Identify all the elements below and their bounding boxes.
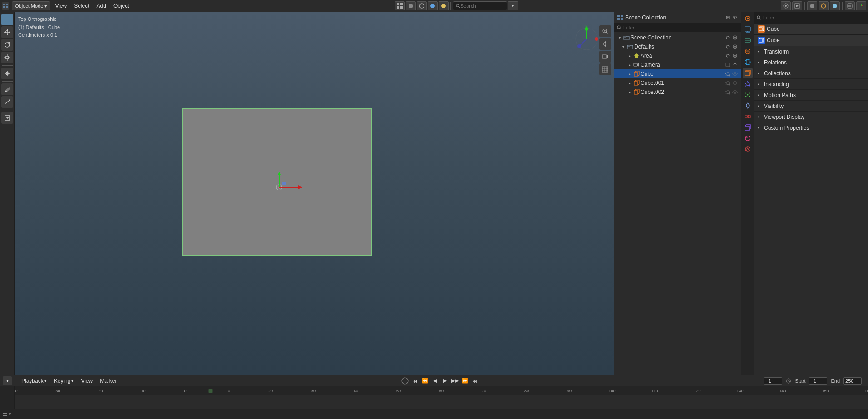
viewport-search[interactable] xyxy=(453,1,507,10)
view-menu-btn[interactable]: View xyxy=(78,377,95,385)
tool-cursor[interactable] xyxy=(1,14,13,25)
prop-tab-viewlayer[interactable] xyxy=(743,35,753,45)
section-instancing[interactable]: ▸ Instancing xyxy=(754,79,868,90)
prop-tab-render[interactable] xyxy=(743,14,753,24)
shading-solid-btn[interactable] xyxy=(807,1,817,10)
tool-measure[interactable] xyxy=(1,96,13,108)
view-layer-btn[interactable] xyxy=(781,1,791,10)
viewport-shading-material[interactable] xyxy=(428,1,438,10)
snap-btn[interactable]: ▾ xyxy=(508,1,518,10)
section-motion-paths[interactable]: ▸ Motion Paths xyxy=(754,90,868,101)
play-btn-circle[interactable] xyxy=(400,376,409,385)
section-transform[interactable]: ▸ Transform xyxy=(754,46,868,57)
tree-scene-collection[interactable]: ▾ Scene Collection xyxy=(614,33,741,42)
section-relations[interactable]: ▸ Relations xyxy=(754,57,868,68)
area-render[interactable] xyxy=(732,53,738,59)
current-frame-input[interactable] xyxy=(764,377,782,385)
next-frame-btn[interactable]: ▶▶ xyxy=(450,376,459,385)
cube001-vis[interactable] xyxy=(732,80,738,86)
prop-tab-physics[interactable] xyxy=(743,101,753,111)
prop-tab-particles[interactable] xyxy=(743,90,753,100)
prop-tab-data[interactable] xyxy=(743,122,753,132)
props-mesh-name-label: Cube xyxy=(767,37,864,44)
tree-cube002[interactable]: ▸ Cube.002 xyxy=(614,88,741,97)
prop-tab-material[interactable] xyxy=(743,133,753,143)
jump-start-btn[interactable]: ⏮ xyxy=(410,376,419,385)
workspace-selector[interactable]: ▾ xyxy=(3,411,11,417)
cube001-icon xyxy=(633,80,640,86)
tree-area[interactable]: ▸ Area xyxy=(614,51,741,60)
tool-scale[interactable] xyxy=(1,52,13,63)
outliner-filter-btn[interactable]: ⊞ xyxy=(725,15,731,21)
jump-end-btn[interactable]: ⏭ xyxy=(470,376,479,385)
viewport-3d[interactable]: Top Orthographic (1) Defaults | Cube Cen… xyxy=(15,12,614,375)
play-btn[interactable]: ▶ xyxy=(440,376,449,385)
prop-tab-shader[interactable] xyxy=(743,144,753,154)
viewport-pan-btn[interactable] xyxy=(599,38,611,50)
timeline-track[interactable]: -40 -30 -20 -10 0 1 10 20 30 40 50 60 70… xyxy=(15,386,868,409)
tool-annotate[interactable] xyxy=(1,83,13,95)
tool-rotate[interactable] xyxy=(1,39,13,51)
cube002-vis[interactable] xyxy=(732,89,738,95)
tool-move[interactable] xyxy=(1,26,13,38)
viewport-shading-solid[interactable] xyxy=(406,1,416,10)
menu-add[interactable]: Add xyxy=(94,1,109,10)
prop-tab-output[interactable] xyxy=(743,24,753,34)
overlay-btn[interactable] xyxy=(845,1,855,10)
scene-collection-render[interactable] xyxy=(732,34,738,41)
defaults-vis[interactable] xyxy=(725,44,731,50)
tree-camera[interactable]: ▸ Camera xyxy=(614,60,741,69)
keying-menu-btn[interactable]: Keying ▾ xyxy=(51,377,77,385)
playback-menu-btn[interactable]: Playback ▾ xyxy=(19,377,49,385)
timeline-editor-type-btn[interactable]: ▾ xyxy=(3,376,12,385)
object-mode-button[interactable]: Object Mode ▾ xyxy=(12,1,50,10)
defaults-render[interactable] xyxy=(732,44,738,50)
prop-tab-world[interactable] xyxy=(743,57,753,67)
viewport-grid-btn[interactable] xyxy=(599,63,611,75)
shading-wire-btn[interactable] xyxy=(819,1,829,10)
end-frame-input[interactable] xyxy=(843,377,862,385)
camera-vis[interactable] xyxy=(732,62,738,68)
prop-tab-modifier[interactable] xyxy=(743,79,753,89)
prop-tab-constraints[interactable] xyxy=(743,112,753,122)
tree-cube[interactable]: ▸ Cube xyxy=(614,69,741,78)
section-viewport-display[interactable]: ▸ Viewport Display xyxy=(754,112,868,122)
props-search-input[interactable] xyxy=(763,15,865,20)
render-btn[interactable] xyxy=(792,1,802,10)
menu-select[interactable]: Select xyxy=(71,1,92,10)
area-vis[interactable] xyxy=(725,53,731,59)
outliner-search-input[interactable] xyxy=(623,25,738,30)
tree-defaults[interactable]: ▾ Defaults xyxy=(614,42,741,51)
viewport-search-input[interactable] xyxy=(460,3,501,9)
section-custom-properties[interactable]: ▸ Custom Properties xyxy=(754,122,868,133)
viewport-zoom-btn[interactable] xyxy=(599,25,611,37)
scene-collection-vis[interactable] xyxy=(725,34,731,41)
viewport-shading-wire[interactable] xyxy=(417,1,427,10)
timeline-bottom-bar: ▾ xyxy=(0,409,868,419)
section-collections[interactable]: ▸ Collections xyxy=(754,68,868,79)
start-frame-input[interactable] xyxy=(809,377,827,385)
marker-menu-btn[interactable]: Marker xyxy=(97,377,119,385)
orientation-gizmo[interactable]: Y xyxy=(573,25,600,53)
editor-type-btn[interactable] xyxy=(395,1,405,10)
prev-keyframe-btn[interactable]: ⏪ xyxy=(420,376,429,385)
transform-gizmo[interactable] xyxy=(271,168,312,209)
cube-eye-btn[interactable] xyxy=(732,71,738,77)
outliner-vis-btn[interactable]: 👁 xyxy=(732,15,738,21)
tree-cube001[interactable]: ▸ Cube.001 xyxy=(614,78,741,88)
section-visibility[interactable]: ▸ Visibility xyxy=(754,101,868,112)
tool-transform[interactable] xyxy=(1,68,13,79)
gizmo-btn[interactable] xyxy=(856,1,866,10)
viewport-shading-rendered[interactable] xyxy=(439,1,449,10)
menu-view[interactable]: View xyxy=(52,1,69,10)
shading-color-btn[interactable] xyxy=(830,1,840,10)
viewport-camera-btn[interactable] xyxy=(599,51,611,63)
tool-add-cube[interactable] xyxy=(1,112,13,124)
next-keyframe-btn[interactable]: ⏩ xyxy=(460,376,469,385)
props-search-icon xyxy=(757,15,761,20)
prev-frame-btn[interactable]: ◀ xyxy=(430,376,439,385)
menu-object[interactable]: Object xyxy=(111,1,132,10)
prop-tab-object[interactable] xyxy=(743,68,753,78)
prop-tab-scene[interactable] xyxy=(743,46,753,56)
fps-btn[interactable] xyxy=(786,378,791,384)
